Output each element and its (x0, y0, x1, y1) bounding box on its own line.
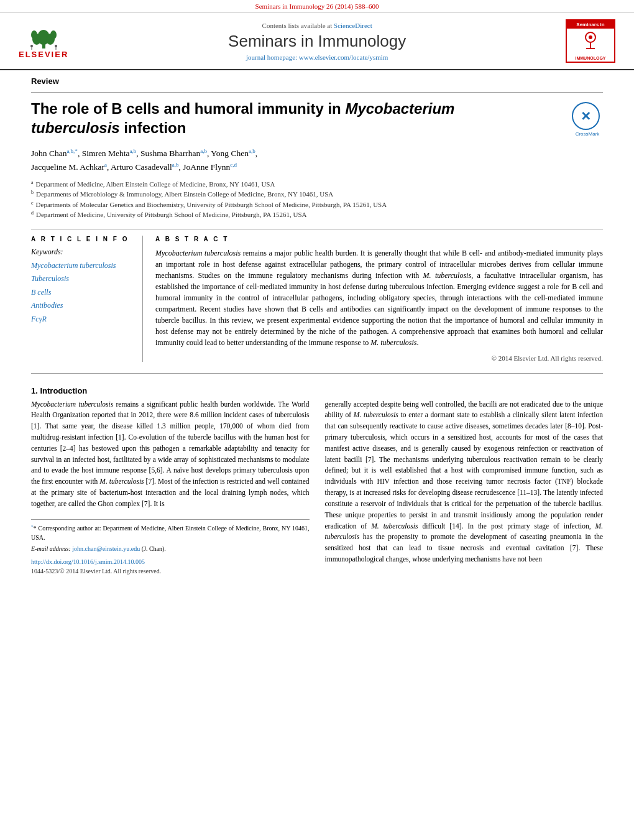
elsevier-tree-icon (27, 24, 61, 50)
article-type: Review (31, 76, 603, 86)
immunology-logo: Seminars in IMMUNOLOGY (566, 19, 615, 63)
section-num: 1. (31, 386, 38, 395)
intro-section: 1. Introduction Mycobacterium tuberculos… (31, 386, 603, 576)
intro-right-col: generally accepted despite being well co… (325, 399, 604, 576)
main-content: Review The role of B cells and humoral i… (0, 70, 634, 582)
doi-area: http://dx.doi.org/10.1016/j.smim.2014.10… (31, 557, 310, 576)
keywords-list: Mycobacterium tuberculosis Tuberculosis … (31, 259, 133, 326)
title-divider-top (31, 92, 603, 93)
article-body: A R T I C L E I N F O Keywords: Mycobact… (31, 236, 603, 362)
aff-b: b Departments of Microbiology & Immunolo… (31, 189, 603, 200)
email-note: (J. Chan). (142, 545, 166, 552)
footnote-area: ** Corresponding author at: Department o… (31, 519, 310, 576)
section-title: 1. Introduction (31, 386, 603, 395)
author-3: Sushma Bharrhana,b (140, 149, 207, 158)
keywords-label: Keywords: (31, 247, 133, 257)
copyright-line: © 2014 Elsevier Ltd. All rights reserved… (155, 354, 603, 362)
aff-a: a Department of Medicine, Albert Einstei… (31, 179, 603, 190)
keyword-5: FcγR (31, 313, 133, 326)
keyword-4: Antibodies (31, 299, 133, 313)
article-title: The role of B cells and humoral immunity… (31, 99, 466, 137)
author-1: John Chana,b,* (31, 149, 78, 158)
author-5: Jacqueline M. Achkara (31, 162, 107, 172)
title-text-before: The role of B cells and humoral immunity… (31, 100, 345, 117)
aff-c: c Departments of Molecular Genetics and … (31, 200, 603, 210)
affiliations: a Department of Medicine, Albert Einstei… (31, 179, 603, 220)
email-line: E-mail address: john.chan@einstein.yu.ed… (31, 544, 310, 553)
author-7: JoAnne Flynnc,d (183, 162, 237, 172)
logo-bottom-text: IMMUNOLOGY (576, 55, 606, 62)
svg-point-4 (31, 30, 37, 39)
email-link[interactable]: john.chan@einstein.yu.edu (72, 545, 140, 552)
keyword-2: Tuberculosis (31, 272, 133, 286)
abstract-text: Mycobacterium tuberculosis remains a maj… (155, 247, 603, 348)
svg-point-5 (50, 30, 57, 39)
logo-image-area (575, 29, 606, 55)
abstract-header: A B S T R A C T (155, 236, 603, 242)
abstract-column: A B S T R A C T Mycobacterium tuberculos… (155, 236, 603, 362)
intro-body: Mycobacterium tuberculosis remains a sig… (31, 399, 603, 576)
corresponding-note: ** Corresponding author at: Department o… (31, 524, 310, 542)
title-text-after: infection (120, 119, 186, 136)
intro-left-para: Mycobacterium tuberculosis remains a sig… (31, 399, 310, 510)
author-2: Simren Mehtaa,b (82, 149, 137, 158)
crossmark-icon: ✕ (572, 102, 600, 130)
contents-line: Contents lists available at ScienceDirec… (81, 22, 553, 29)
intro-left-col: Mycobacterium tuberculosis remains a sig… (31, 399, 310, 576)
title-row: The role of B cells and humoral immunity… (31, 99, 603, 146)
issn-line: 1044-5323/© 2014 Elsevier Ltd. All right… (31, 566, 310, 576)
crossmark-label: CrossMark (572, 131, 603, 137)
aff-d: d Department of Medicine, University of … (31, 210, 603, 220)
top-bar: Seminars in Immunology 26 (2014) 588–600 (0, 0, 634, 13)
journal-title: Seminars in Immunology (81, 32, 553, 51)
homepage-link[interactable]: www.elsevier.com/locate/ysmim (299, 53, 388, 61)
email-label: E-mail address: (31, 545, 71, 552)
article-info-header: A R T I C L E I N F O (31, 236, 133, 242)
elsevier-logo: ELSEVIER (19, 24, 68, 59)
author-4: Yong Chena,b (211, 149, 255, 158)
svg-point-8 (55, 45, 57, 47)
logo-top-text: Seminars in (567, 21, 614, 29)
keyword-3: B cells (31, 286, 133, 300)
section-title-text: Introduction (40, 386, 87, 395)
keyword-1: Mycobacterium tuberculosis (31, 259, 133, 273)
doi-link[interactable]: http://dx.doi.org/10.1016/j.smim.2014.10… (31, 557, 310, 566)
svg-point-13 (589, 35, 592, 39)
article-info-column: A R T I C L E I N F O Keywords: Mycobact… (31, 236, 143, 362)
authors-line: John Chana,b,*, Simren Mehtaa,b, Sushma … (31, 146, 603, 173)
intro-right-para: generally accepted despite being well co… (325, 399, 604, 565)
journal-center: Contents lists available at ScienceDirec… (68, 22, 566, 61)
intro-divider (31, 373, 603, 374)
svg-point-6 (30, 45, 33, 47)
sciencedirect-link[interactable]: ScienceDirect (334, 22, 372, 29)
crossmark: ✕ CrossMark (572, 102, 603, 133)
elsevier-label: ELSEVIER (19, 50, 68, 59)
article-info-divider (31, 229, 603, 229)
homepage-line: journal homepage: www.elsevier.com/locat… (81, 53, 553, 61)
author-6: Arturo Casadevalla,b (111, 162, 178, 172)
journal-ref: Seminars in Immunology 26 (2014) 588–600 (255, 2, 379, 10)
logo-microscope-icon (575, 31, 606, 53)
journal-header: ELSEVIER Contents lists available at Sci… (0, 13, 634, 70)
